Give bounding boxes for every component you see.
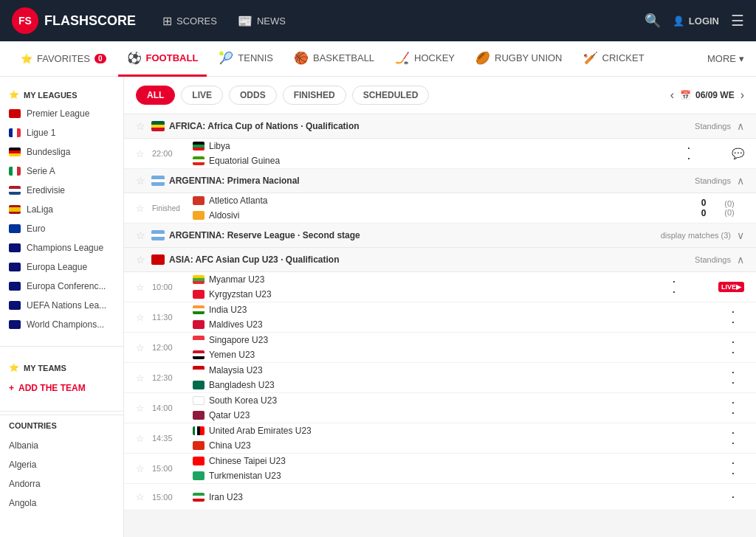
team-row: Atletico Atlanta: [193, 193, 693, 208]
sport-cricket-label: CRICKET: [602, 52, 645, 63]
sidebar-item-europa-conference[interactable]: Europa Conferenc...: [0, 277, 123, 296]
africa-flag: [151, 121, 165, 131]
match-star[interactable]: ☆: [136, 342, 145, 353]
match-row: ☆ 11:30 India U23 Maldives U23 · ·: [124, 302, 756, 333]
date-nav: ‹ 📅 06/09 WE ›: [670, 89, 744, 102]
argentina-reserve-star[interactable]: ☆: [136, 229, 145, 241]
sidebar-item-albania[interactable]: Albania: [0, 436, 123, 455]
match-teams: South Korea U23 Qatar U23: [193, 393, 722, 423]
score: ·: [722, 317, 744, 328]
sport-rugby-union[interactable]: 🏉 RUGBY UNION: [467, 41, 571, 77]
match-star[interactable]: ☆: [136, 282, 145, 293]
sidebar-item-ligue1[interactable]: Ligue 1: [0, 123, 123, 142]
chevron-down-icon: ▾: [739, 53, 744, 64]
sidebar-item-eredivisie[interactable]: Eredivisie: [0, 181, 123, 200]
filter-bar: ALL LIVE ODDS FINISHED SCHEDULED ‹ 📅 06/…: [124, 77, 756, 114]
nav-news[interactable]: 📰 NEWS: [229, 8, 295, 34]
menu-button[interactable]: ☰: [731, 12, 744, 30]
sidebar-item-laliga[interactable]: LaLiga: [0, 200, 123, 219]
sidebar-item-andorra[interactable]: Andorra: [0, 474, 123, 493]
match-star[interactable]: ☆: [136, 403, 145, 414]
argentina-reserve-name: ARGENTINA: Reserve League · Second stage: [169, 230, 661, 240]
match-teams: Singapore U23 Yemen U23: [193, 333, 722, 362]
score: ·: [722, 307, 744, 317]
malaysia-flag: [193, 366, 205, 375]
sidebar-item-uefa-nations[interactable]: UEFA Nations Lea...: [0, 296, 123, 315]
argentina-standings[interactable]: Standings: [695, 176, 731, 185]
match-star[interactable]: ☆: [136, 148, 145, 159]
search-button[interactable]: 🔍: [645, 13, 661, 29]
match-teams: United Arab Emirates U23 China U23: [193, 423, 722, 453]
sidebar-item-world-champions[interactable]: World Champions...: [0, 315, 123, 334]
favorites-item[interactable]: ⭐ FAVORITES 0: [12, 41, 115, 77]
team-row: Qatar U23: [193, 408, 722, 423]
match-time: 14:35: [152, 434, 193, 443]
africa-star[interactable]: ☆: [136, 120, 145, 132]
match-teams: Iran U23: [193, 490, 722, 505]
match-teams: India U23 Maldives U23: [193, 302, 722, 332]
filter-finished[interactable]: FINISHED: [283, 86, 346, 105]
team-name: Kyrgyzstan U23: [209, 289, 272, 299]
date-prev-button[interactable]: ‹: [670, 89, 674, 102]
filter-odds[interactable]: ODDS: [229, 86, 277, 105]
match-star[interactable]: ☆: [136, 312, 145, 323]
login-button[interactable]: 👤 LOGIN: [673, 15, 719, 27]
filter-live[interactable]: LIVE: [181, 86, 223, 105]
match-teams: Chinese Taipei U23 Turkmenistan U23: [193, 454, 722, 483]
score: ·: [722, 378, 744, 388]
uae-flag: [193, 426, 205, 435]
more-button[interactable]: MORE ▾: [707, 53, 744, 64]
team-name: Turkmenistan U23: [209, 471, 281, 481]
match-star[interactable]: ☆: [136, 433, 145, 444]
match-star[interactable]: ☆: [136, 491, 145, 502]
sidebar-item-algeria[interactable]: Algeria: [0, 455, 123, 474]
turkmenistan-flag: [193, 471, 205, 480]
display-matches[interactable]: display matches (3): [661, 231, 731, 240]
sidebar-item-europa-league[interactable]: Europa League: [0, 257, 123, 277]
argentina-toggle[interactable]: ∧: [737, 175, 744, 187]
add-team-button[interactable]: + ADD THE TEAM: [0, 377, 123, 399]
match-star[interactable]: ☆: [136, 373, 145, 384]
team-name: Bangladesh U23: [209, 380, 275, 390]
sport-hockey[interactable]: 🏒 HOCKEY: [386, 41, 464, 77]
match-time: 12:00: [152, 343, 193, 352]
china-flag: [193, 441, 205, 450]
argentina-reserve-toggle[interactable]: ∨: [737, 229, 744, 241]
main-layout: ⭐ MY LEAGUES Premier League Ligue 1 Bund…: [0, 77, 756, 537]
africa-standings[interactable]: Standings: [695, 122, 731, 131]
sidebar-item-bundesliga[interactable]: Bundesliga: [0, 142, 123, 162]
score: ·: [722, 337, 744, 347]
logo: FS FLASHSCORE: [12, 7, 136, 34]
match-star[interactable]: ☆: [136, 203, 145, 214]
sidebar-item-serie-a[interactable]: Serie A: [0, 162, 123, 181]
argentina-star[interactable]: ☆: [136, 175, 145, 187]
asia-standings[interactable]: Standings: [695, 255, 731, 264]
competition-asia-u23: ☆ ASIA: AFC Asian Cup U23 · Qualificatio…: [124, 248, 756, 510]
team-row: Iran U23: [193, 490, 722, 505]
myanmar-flag: [193, 275, 205, 284]
team-row: China U23: [193, 438, 722, 453]
premier-league-flag: [9, 109, 21, 118]
sidebar-item-euro[interactable]: Euro: [0, 219, 123, 238]
sidebar-item-champions-league[interactable]: Champions League: [0, 238, 123, 257]
sidebar-item-premier-league[interactable]: Premier League: [0, 104, 123, 123]
africa-toggle[interactable]: ∧: [737, 120, 744, 132]
date-next-button[interactable]: ›: [740, 89, 744, 102]
sport-basketball[interactable]: 🏀 BASKETBALL: [285, 41, 383, 77]
nav-scores[interactable]: ⊞ SCORES: [154, 8, 226, 34]
sidebar-item-angola[interactable]: Angola: [0, 493, 123, 513]
europa-conference-label: Europa Conferenc...: [27, 281, 106, 291]
sport-cricket[interactable]: 🏏 CRICKET: [574, 41, 653, 77]
match-star[interactable]: ☆: [136, 463, 145, 474]
eredivisie-label: Eredivisie: [27, 185, 65, 195]
team-row: Libya: [193, 139, 678, 153]
chat-icon[interactable]: 💬: [732, 148, 744, 159]
filter-all[interactable]: ALL: [136, 86, 175, 105]
match-time: 15:00: [152, 464, 193, 473]
sport-tennis[interactable]: 🎾 TENNIS: [210, 41, 282, 77]
sport-football[interactable]: ⚽ FOOTBALL: [118, 41, 207, 77]
filter-scheduled[interactable]: SCHEDULED: [352, 86, 430, 105]
asia-star[interactable]: ☆: [136, 254, 145, 266]
star-icon: ⭐: [9, 90, 19, 100]
asia-toggle[interactable]: ∧: [737, 254, 744, 266]
